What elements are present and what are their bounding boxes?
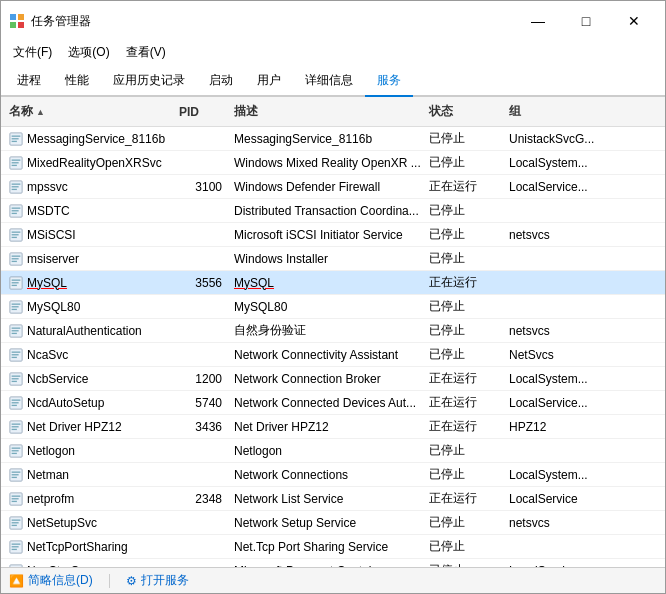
cell-service-name: NaturalAuthentication: [5, 323, 175, 339]
svg-rect-38: [12, 330, 19, 331]
col-header-name[interactable]: 名称 ▲: [5, 101, 175, 122]
col-header-group[interactable]: 组: [505, 101, 615, 122]
service-icon: [9, 300, 23, 314]
svg-rect-6: [12, 138, 19, 139]
table-row[interactable]: NcaSvc Network Connectivity Assistant 已停…: [1, 343, 665, 367]
cell-service-desc: MySQL80: [230, 299, 425, 315]
table-row[interactable]: MessagingService_8116b MessagingService_…: [1, 127, 665, 151]
cell-service-pid: [175, 450, 230, 452]
table-row[interactable]: MySQL80 MySQL80 已停止: [1, 295, 665, 319]
table-body[interactable]: MessagingService_8116b MessagingService_…: [1, 127, 665, 567]
table-row[interactable]: NetTcpPortSharing Net.Tcp Port Sharing S…: [1, 535, 665, 559]
cell-service-name: MySQL80: [5, 299, 175, 315]
col-header-desc[interactable]: 描述: [230, 101, 425, 122]
menu-file[interactable]: 文件(F): [5, 41, 60, 64]
gear-icon: ⚙: [126, 574, 137, 588]
cell-service-group: netsvcs: [505, 515, 615, 531]
cell-service-pid: [175, 234, 230, 236]
table-row[interactable]: Netman Network Connections 已停止 LocalSyst…: [1, 463, 665, 487]
cell-service-desc: MessagingService_8116b: [230, 131, 425, 147]
menu-view[interactable]: 查看(V): [118, 41, 174, 64]
tab-performance[interactable]: 性能: [53, 66, 101, 97]
table-row[interactable]: MSiSCSI Microsoft iSCSI Initiator Servic…: [1, 223, 665, 247]
cell-service-pid: [175, 210, 230, 212]
svg-rect-54: [12, 426, 19, 427]
svg-rect-0: [10, 14, 16, 20]
table-row[interactable]: MixedRealityOpenXRSvc Windows Mixed Real…: [1, 151, 665, 175]
svg-rect-33: [12, 303, 21, 304]
cell-service-name: MessagingService_8116b: [5, 131, 175, 147]
menu-options[interactable]: 选项(O): [60, 41, 117, 64]
cell-service-status: 已停止: [425, 465, 505, 484]
table-row[interactable]: mpssvc 3100 Windows Defender Firewall 正在…: [1, 175, 665, 199]
close-button[interactable]: ✕: [611, 7, 657, 35]
tab-services[interactable]: 服务: [365, 66, 413, 97]
cell-service-desc: Windows Mixed Reality OpenXR ...: [230, 155, 425, 171]
summary-button[interactable]: 🔼 简略信息(D): [9, 572, 93, 589]
col-header-pid[interactable]: PID: [175, 101, 230, 122]
maximize-button[interactable]: □: [563, 7, 609, 35]
cell-service-name: MSiSCSI: [5, 227, 175, 243]
service-icon: [9, 492, 23, 506]
table-row[interactable]: msiserver Windows Installer 已停止: [1, 247, 665, 271]
cell-service-name: MixedRealityOpenXRSvc: [5, 155, 175, 171]
cell-service-name: MSDTC: [5, 203, 175, 219]
svg-rect-27: [12, 260, 17, 261]
cell-service-group: [505, 210, 615, 212]
svg-rect-13: [12, 183, 21, 184]
cell-service-desc: Windows Installer: [230, 251, 425, 267]
cell-service-desc: Net.Tcp Port Sharing Service: [230, 539, 425, 555]
svg-rect-69: [12, 519, 21, 520]
cell-service-name: mpssvc: [5, 179, 175, 195]
open-service-button[interactable]: ⚙ 打开服务: [126, 572, 189, 589]
cell-service-status: 已停止: [425, 297, 505, 316]
sort-arrow-name: ▲: [36, 107, 45, 117]
table-row[interactable]: NcbService 1200 Network Connection Broke…: [1, 367, 665, 391]
chevron-up-icon: 🔼: [9, 574, 24, 588]
svg-rect-59: [12, 452, 17, 453]
svg-rect-22: [12, 234, 19, 235]
svg-rect-66: [12, 498, 19, 499]
svg-rect-10: [12, 162, 19, 163]
service-icon: [9, 516, 23, 530]
minimize-button[interactable]: —: [515, 7, 561, 35]
svg-rect-62: [12, 474, 19, 475]
svg-rect-34: [12, 306, 19, 307]
title-controls: — □ ✕: [515, 7, 657, 35]
tab-startup[interactable]: 启动: [197, 66, 245, 97]
table-row[interactable]: MSDTC Distributed Transaction Coordina..…: [1, 199, 665, 223]
cell-service-name: NcbService: [5, 371, 175, 387]
cell-service-group: [505, 258, 615, 260]
table-row[interactable]: NaturalAuthentication 自然身份验证 已停止 netsvcs: [1, 319, 665, 343]
title-bar-left: 任务管理器: [9, 13, 91, 30]
status-divider: [109, 574, 110, 588]
cell-service-desc: Network List Service: [230, 491, 425, 507]
cell-service-pid: 5740: [175, 395, 230, 411]
service-icon: [9, 372, 23, 386]
tab-users[interactable]: 用户: [245, 66, 293, 97]
cell-service-status: 已停止: [425, 537, 505, 556]
tab-details[interactable]: 详细信息: [293, 66, 365, 97]
table-row[interactable]: NgcCtnrSvc Microsoft Passport Container …: [1, 559, 665, 567]
svg-rect-63: [12, 476, 17, 477]
service-icon: [9, 180, 23, 194]
service-icon: [9, 204, 23, 218]
services-table: 名称 ▲ PID 描述 状态 组 MessagingService_81: [1, 97, 665, 567]
table-row[interactable]: Net Driver HPZ12 3436 Net Driver HPZ12 正…: [1, 415, 665, 439]
col-header-status[interactable]: 状态: [425, 101, 505, 122]
tabs-bar: 进程 性能 应用历史记录 启动 用户 详细信息 服务: [1, 66, 665, 97]
service-icon: [9, 324, 23, 338]
table-row[interactable]: MySQL 3556 MySQL 正在运行: [1, 271, 665, 295]
table-row[interactable]: Netlogon Netlogon 已停止: [1, 439, 665, 463]
table-header: 名称 ▲ PID 描述 状态 组: [1, 97, 665, 127]
table-row[interactable]: NcdAutoSetup 5740 Network Connected Devi…: [1, 391, 665, 415]
svg-rect-11: [12, 164, 17, 165]
svg-rect-67: [12, 500, 17, 501]
cell-service-name: Netlogon: [5, 443, 175, 459]
table-row[interactable]: NetSetupSvc Network Setup Service 已停止 ne…: [1, 511, 665, 535]
svg-rect-65: [12, 495, 21, 496]
svg-rect-25: [12, 255, 21, 256]
table-row[interactable]: netprofm 2348 Network List Service 正在运行 …: [1, 487, 665, 511]
tab-app-history[interactable]: 应用历史记录: [101, 66, 197, 97]
tab-processes[interactable]: 进程: [5, 66, 53, 97]
